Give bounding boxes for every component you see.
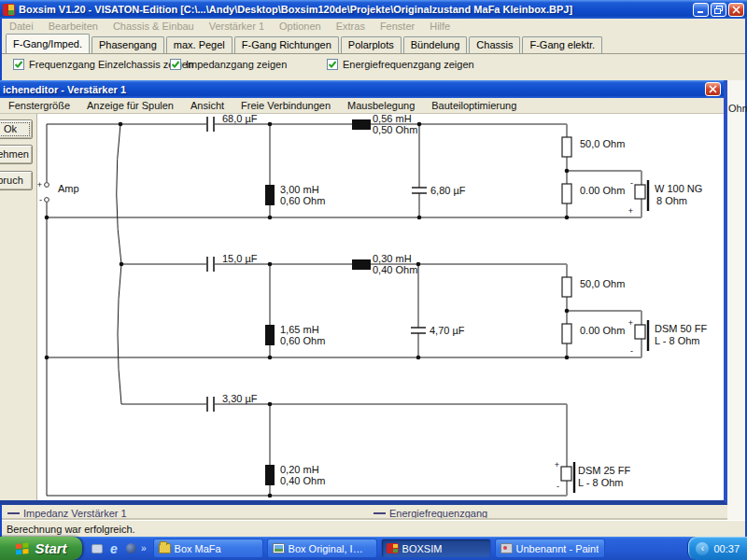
inductor-shunt-branch3[interactable]: 0,20 mH 0,40 Ohm [265,464,325,486]
svg-text:0,20 mH: 0,20 mH [280,464,319,475]
menu-datei: Datei [2,21,41,32]
checkbox-impedanzgang[interactable]: Impedanzgang zeigen [170,59,287,70]
legend-label: Impedanz Verstärker 1 [23,508,127,519]
restore-button[interactable] [711,3,726,17]
resistor2-branch2[interactable]: 0.00 Ohm [562,324,625,343]
close-button[interactable] [728,3,744,17]
svg-text:1,65 mH: 1,65 mH [280,324,319,335]
crossover-circuit-svg: + - Amp 68,0 µF 3,00 mH 0,60 Ohm [37,114,724,500]
menu-bauteiloptimierung[interactable]: Bauteiloptimierung [423,100,525,111]
capacitor-shunt-branch1[interactable]: 6,80 µF [412,185,466,196]
resistor1-branch1[interactable]: 50,0 Ohm [562,137,625,157]
boxsim-application: Boxsim V1.20 - VISATON-Edition [C:\...\A… [0,0,747,560]
taskbar-item-boxsim[interactable]: BOXSIM [381,539,491,558]
taskbar-clock[interactable]: 00:37 [713,543,740,554]
svg-text:0.00 Ohm: 0.00 Ohm [580,185,625,196]
internet-explorer-icon[interactable]: e [107,542,120,554]
inductor-shunt-branch1[interactable]: 3,00 mH 0,60 Ohm [265,184,325,206]
capacitor-series-branch2[interactable]: 15,0 µF [207,253,258,272]
checkbox-box-icon[interactable] [327,59,338,70]
legend-impedanz: Impedanz Verstärker 1 [7,508,127,519]
taskbar-item-box-mafa[interactable]: Box MaFa [153,539,263,558]
svg-text:-: - [557,482,559,491]
axis-label-fragment: Ohm] [728,103,747,114]
folder-icon [159,543,171,553]
boxsim-app-icon [3,4,15,16]
tab-fgang-richtungen[interactable]: F-Gang Richtungen [234,36,339,53]
system-tray: ‹ 00:37 [687,537,747,560]
circuit-wires [47,124,641,496]
paint-icon [500,543,513,553]
menu-fenster: Fenster [373,21,422,32]
tab-buendelung[interactable]: Bündelung [403,36,468,53]
menu-verstaerker1: Verstärker 1 [202,21,272,32]
quick-launch-overflow-chevron[interactable]: » [141,543,147,553]
checkbox-box-icon[interactable] [170,59,181,70]
svg-text:-: - [630,346,633,356]
inductor-series-branch2[interactable]: 0,30 mH 0,40 Ohm [352,253,417,275]
ok-button[interactable]: Ok [0,119,33,139]
tab-max-pegel[interactable]: max. Pegel [166,36,233,53]
circuit-feed-wires [47,124,419,496]
hide-icons-chevron-icon[interactable]: ‹ [696,542,709,555]
menu-fenstergroesse[interactable]: Fenstergröße [0,100,78,111]
tab-phasengang[interactable]: Phasengang [92,36,164,53]
minimize-button[interactable] [693,3,709,17]
svg-text:0,40 Ohm: 0,40 Ohm [280,475,325,486]
checkbox-label: Frequenzgang Einzelchassis zeigen [29,59,193,70]
display-options: Frequenzgang Einzelchassis zeigen Impeda… [2,54,745,77]
speaker-w100ng[interactable]: - + W 100 NG 8 Ohm [628,178,703,216]
inductor-series-branch1[interactable]: 0,56 mH 0,50 Ohm [352,114,417,135]
taskbar: Start e » Box MaFa Box Original, Impeda.… [0,537,747,560]
checkbox-box-icon[interactable] [13,59,24,70]
schaltungseditor-window: icheneditor - Verstärker 1 Fenstergröße … [0,80,727,505]
menu-optionen: Optionen [272,21,329,32]
abbruch-button[interactable]: bruch [0,171,33,190]
resistor2-branch1[interactable]: 0.00 Ohm [562,184,625,203]
checkbox-energiefrequenzgang[interactable]: Energiefrequenzgang zeigen [327,59,474,70]
legend-line-icon [374,512,386,514]
uebernehmen-button[interactable]: nehmen [0,145,33,164]
tab-fgang-elektr[interactable]: F-Gang elektr. [522,36,602,53]
taskbar-item-paint[interactable]: Unbenannt - Paint [495,539,605,558]
main-menubar: Datei Bearbeiten Chassis & Einbau Verstä… [2,19,745,34]
amplifier-terminals[interactable]: + - Amp [37,180,79,204]
menu-freie-verbindungen[interactable]: Freie Verbindungen [233,100,339,111]
menu-ansicht[interactable]: Ansicht [182,100,233,111]
inductor-shunt-branch2[interactable]: 1,65 mH 0,60 Ohm [265,324,325,346]
media-player-icon[interactable] [124,542,137,554]
menu-mausbelegung[interactable]: Mausbelegung [339,100,423,111]
capacitor-shunt-branch2[interactable]: 4,70 µF [411,325,465,336]
tab-fgang-imped[interactable]: F-Gang/Imped. [6,34,90,53]
tab-polarplots[interactable]: Polarplots [341,36,402,53]
taskbar-item-box-original[interactable]: Box Original, Impeda... [267,539,377,558]
result-tabs: F-Gang/Imped. Phasengang max. Pegel F-Ga… [2,34,745,54]
resistor1-branch2[interactable]: 50,0 Ohm [562,277,625,297]
svg-text:15,0 µF: 15,0 µF [222,253,258,264]
image-icon [273,543,285,553]
editor-close-button[interactable] [705,82,721,96]
svg-text:0,56 mH: 0,56 mH [373,114,412,124]
show-desktop-icon[interactable] [91,542,104,554]
menu-extras: Extras [329,21,373,32]
svg-text:68,0 µF: 68,0 µF [222,114,258,124]
menu-anzeige-fuer-spulen[interactable]: Anzeige für Spulen [78,100,182,111]
menu-hilfe: Hilfe [422,21,458,32]
svg-text:0,40 Ohm: 0,40 Ohm [373,264,417,275]
start-button[interactable]: Start [0,537,82,560]
editor-titlebar[interactable]: icheneditor - Verstärker 1 [0,80,724,98]
checkbox-frequenzgang-einzelchassis[interactable]: Frequenzgang Einzelchassis zeigen [13,59,193,70]
speaker-dsm50ff[interactable]: + - DSM 50 FF L - 8 Ohm [628,318,708,356]
crossover-circuit-canvas[interactable]: + - Amp 68,0 µF 3,00 mH 0,60 Ohm [37,114,724,500]
capacitor-series-branch3[interactable]: 3,30 µF [207,393,258,412]
main-titlebar: Boxsim V1.20 - VISATON-Edition [C:\...\A… [0,0,747,19]
background-chart-sliver: Ohm] [727,80,745,520]
svg-text:50,0 Ohm: 50,0 Ohm [580,278,625,289]
quick-launch: e » [86,542,151,554]
svg-text:+: + [628,206,633,216]
capacitor-series-branch1[interactable]: 68,0 µF [207,114,258,132]
tab-chassis[interactable]: Chassis [469,36,520,53]
svg-text:50,0 Ohm: 50,0 Ohm [580,138,625,149]
circuit-nodes [45,122,570,498]
status-message: Berechnung war erfolgreich. [7,524,135,535]
